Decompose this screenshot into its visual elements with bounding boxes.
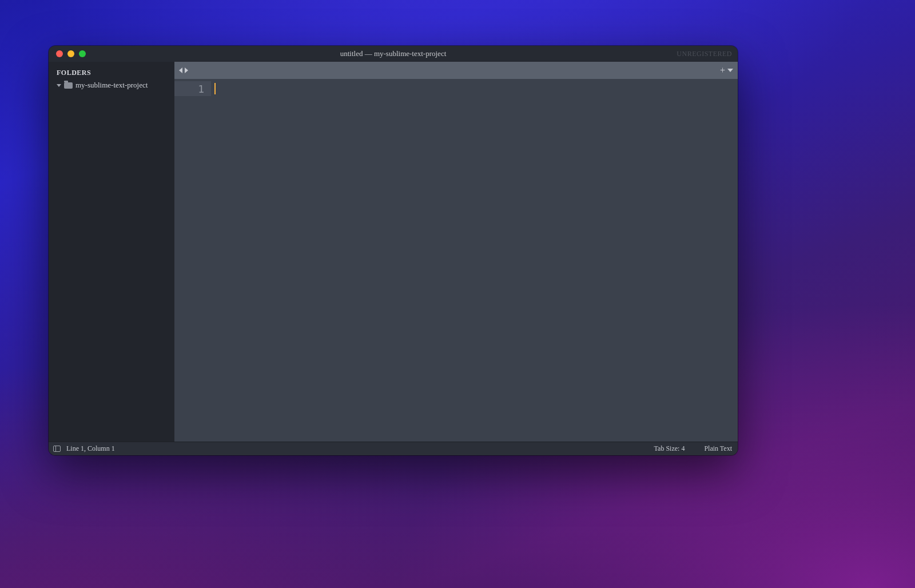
- tab-dropdown-icon[interactable]: [727, 69, 733, 72]
- desktop-wallpaper: untitled — my-sublime-text-project UNREG…: [0, 0, 915, 588]
- tab-history-forward-icon[interactable]: [185, 67, 188, 73]
- sidebar-folder-root[interactable]: my-sublime-text-project: [49, 80, 174, 91]
- folder-label: my-sublime-text-project: [75, 81, 148, 90]
- status-bar: Line 1, Column 1 Tab Size: 4 Plain Text: [49, 442, 738, 455]
- folder-icon: [64, 82, 73, 89]
- editor-window: untitled — my-sublime-text-project UNREG…: [49, 46, 738, 455]
- titlebar[interactable]: untitled — my-sublime-text-project UNREG…: [49, 46, 738, 62]
- window-title: untitled — my-sublime-text-project: [49, 49, 738, 58]
- panel-switcher-icon[interactable]: [53, 446, 61, 452]
- registration-status[interactable]: UNREGISTERED: [677, 50, 732, 58]
- tab-history-back-icon[interactable]: [179, 67, 182, 73]
- window-controls: [49, 50, 86, 57]
- text-cursor: [214, 83, 216, 94]
- sidebar-section-header: FOLDERS: [49, 65, 174, 80]
- disclosure-triangle-icon[interactable]: [57, 84, 61, 87]
- tab-size-status[interactable]: Tab Size: 4: [654, 444, 685, 453]
- editor-area[interactable]: 1: [174, 79, 738, 442]
- code-line[interactable]: [211, 81, 738, 96]
- sidebar: FOLDERS my-sublime-text-project: [49, 62, 174, 442]
- line-number[interactable]: 1: [174, 81, 211, 96]
- tab-bar: +: [174, 62, 738, 79]
- editor-column: + 1: [174, 62, 738, 442]
- code-area[interactable]: [211, 79, 738, 442]
- window-body: FOLDERS my-sublime-text-project +: [49, 62, 738, 442]
- syntax-status[interactable]: Plain Text: [704, 444, 732, 453]
- zoom-window-button[interactable]: [79, 50, 86, 57]
- cursor-position-status[interactable]: Line 1, Column 1: [66, 444, 115, 453]
- minimize-window-button[interactable]: [67, 50, 74, 57]
- line-number-gutter[interactable]: 1: [174, 79, 211, 442]
- new-tab-button[interactable]: +: [720, 66, 725, 75]
- close-window-button[interactable]: [56, 50, 63, 57]
